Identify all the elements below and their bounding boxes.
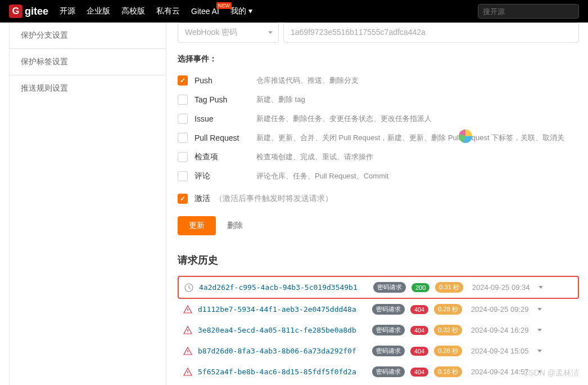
activate-label: 激活 — [195, 194, 210, 204]
event-name: Push — [195, 76, 256, 85]
event-checkbox[interactable] — [178, 133, 188, 143]
expand-caret-icon[interactable] — [539, 286, 543, 289]
duration-badge: 0.18 秒 — [434, 366, 462, 377]
event-desc: 评论仓库、任务、Pull Request、Commit — [256, 171, 389, 181]
event-checkbox[interactable] — [178, 75, 188, 86]
status-badge: 404 — [410, 347, 428, 356]
duration-badge: 0.28 秒 — [434, 304, 462, 315]
history-time: 2024-09-24 15:05 — [471, 347, 529, 355]
expand-caret-icon[interactable] — [537, 308, 542, 311]
main-content: WebHook 密码 1a69f9723e5516b117555c7adfca4… — [166, 23, 579, 385]
pie-chart-icon — [459, 129, 472, 143]
event-checkbox[interactable] — [178, 152, 188, 162]
event-checkbox[interactable] — [178, 95, 188, 105]
event-name: Tag Push — [195, 95, 256, 104]
history-time: 2024-09-25 09:34 — [472, 283, 530, 292]
duration-badge: 0.28 秒 — [434, 346, 462, 356]
status-badge: 404 — [410, 305, 428, 314]
sidebar-item-push[interactable]: 推送规则设置 — [10, 75, 166, 101]
gitee-logo-icon: G — [9, 5, 22, 18]
sidebar-item-tag[interactable]: 保护标签设置 — [10, 49, 166, 75]
password-badge: 密码请求 — [372, 346, 405, 356]
status-badge: 404 — [410, 368, 428, 377]
logo-text: gitee — [25, 6, 48, 17]
expand-caret-icon[interactable] — [537, 329, 542, 332]
event-row: Tag Push 新建、删除 tag — [178, 90, 579, 109]
password-badge: 密码请求 — [372, 325, 405, 335]
history-id[interactable]: 5f652a4f-be8b-4ac6-8d15-85fdf5f0fd2a — [198, 368, 367, 376]
event-name: 评论 — [195, 171, 256, 181]
password-badge: 密码请求 — [373, 282, 406, 293]
nav-private[interactable]: 私有云 — [156, 6, 180, 16]
history-time: 2024-09-24 14:57 — [471, 368, 529, 376]
activate-checkbox[interactable] — [178, 194, 188, 204]
history-id[interactable]: 3e820ea4-5ecd-4a05-811c-fe285be0a8db — [198, 326, 367, 334]
event-name: Issue — [195, 114, 256, 123]
nav-ai-label: Gitee AI — [191, 7, 219, 16]
nav-ai[interactable]: Gitee AI NEW — [191, 7, 219, 16]
nav-enterprise[interactable]: 企业版 — [87, 6, 110, 16]
event-desc: 仓库推送代码、推送、删除分支 — [256, 75, 359, 86]
history-time: 2024-09-25 09:29 — [471, 305, 529, 314]
event-checkbox[interactable] — [178, 114, 188, 124]
warning-icon — [183, 368, 192, 377]
update-button[interactable]: 更新 — [178, 216, 216, 235]
status-badge: 200 — [411, 283, 429, 292]
search-box[interactable] — [478, 4, 579, 19]
events-label: 选择事件： — [178, 54, 579, 64]
nav-opensource[interactable]: 开源 — [60, 6, 75, 16]
event-row: 评论 评论仓库、任务、Pull Request、Commit — [178, 167, 579, 186]
event-checkbox[interactable] — [178, 171, 188, 181]
history-id[interactable]: b87d26d0-8fa3-4ab3-8b06-6a73da292f0f — [198, 347, 367, 355]
expand-caret-icon[interactable] — [537, 350, 542, 352]
history-row[interactable]: 24700382-1246-41d4-bf09-6c05695f2b22 密码请… — [178, 382, 579, 385]
watermark: CSDN @孟林洁 — [523, 368, 579, 378]
nav-education[interactable]: 高校版 — [121, 6, 145, 16]
activate-desc: （激活后事件触发时将发送请求） — [215, 194, 333, 204]
event-name: 检查项 — [195, 152, 256, 162]
sidebar: 保护分支设置 保护标签设置 推送规则设置 — [9, 23, 166, 385]
event-desc: 新建、更新、合并、关闭 Pull Request，新建、更新、删除 Pull R… — [256, 133, 564, 143]
event-row: Pull Request 新建、更新、合并、关闭 Pull Request，新建… — [178, 128, 579, 147]
history-row[interactable]: d1112be7-5934-44f1-aeb3-2e0475ddd48a 密码请… — [178, 299, 579, 320]
history-id[interactable]: 4a2d262f-c995-4acb-94b3-5c019d3549b1 — [199, 283, 368, 292]
webhook-token-input[interactable]: 1a69f9723e5516b117555c7adfca442a — [283, 23, 579, 43]
history-time: 2024-09-24 16:29 — [471, 326, 529, 334]
event-name: Pull Request — [195, 133, 256, 142]
duration-badge: 0.32 秒 — [434, 325, 462, 335]
password-badge: 密码请求 — [372, 366, 405, 377]
search-input[interactable] — [483, 7, 574, 16]
warning-icon — [183, 326, 192, 335]
duration-badge: 0.31 秒 — [435, 282, 463, 293]
event-row: Issue 新建任务、删除任务、变更任务状态、更改任务指派人 — [178, 109, 579, 128]
warning-icon — [183, 347, 192, 356]
logo[interactable]: G gitee — [9, 5, 48, 18]
history-row[interactable]: 5f652a4f-be8b-4ac6-8d15-85fdf5f0fd2a 密码请… — [178, 361, 579, 382]
event-desc: 新建、删除 tag — [256, 95, 305, 105]
status-badge: 404 — [410, 326, 428, 335]
sidebar-item-branch[interactable]: 保护分支设置 — [10, 23, 166, 49]
warning-icon — [183, 305, 192, 314]
top-header: G gitee 开源 企业版 高校版 私有云 Gitee AI NEW 我的 ▾ — [0, 0, 588, 23]
event-row: 检查项 检查项创建、完成、重试、请求操作 — [178, 147, 579, 167]
history-id[interactable]: d1112be7-5934-44f1-aeb3-2e0475ddd48a — [198, 305, 367, 314]
password-badge: 密码请求 — [372, 304, 405, 315]
history-row[interactable]: b87d26d0-8fa3-4ab3-8b06-6a73da292f0f 密码请… — [178, 341, 579, 361]
event-row: Push 仓库推送代码、推送、删除分支 — [178, 71, 579, 90]
history-row[interactable]: 4a2d262f-c995-4acb-94b3-5c019d3549b1 密码请… — [178, 276, 579, 299]
history-row[interactable]: 3e820ea4-5ecd-4a05-811c-fe285be0a8db 密码请… — [178, 320, 579, 341]
new-badge: NEW — [216, 2, 232, 9]
delete-button[interactable]: 删除 — [225, 216, 245, 235]
history-title: 请求历史 — [178, 253, 579, 267]
clock-icon — [184, 283, 193, 292]
event-desc: 检查项创建、完成、重试、请求操作 — [256, 152, 373, 162]
event-desc: 新建任务、删除任务、变更任务状态、更改任务指派人 — [256, 114, 432, 124]
nav-mine[interactable]: 我的 ▾ — [230, 6, 252, 16]
webhook-type-select[interactable]: WebHook 密码 — [178, 23, 279, 43]
